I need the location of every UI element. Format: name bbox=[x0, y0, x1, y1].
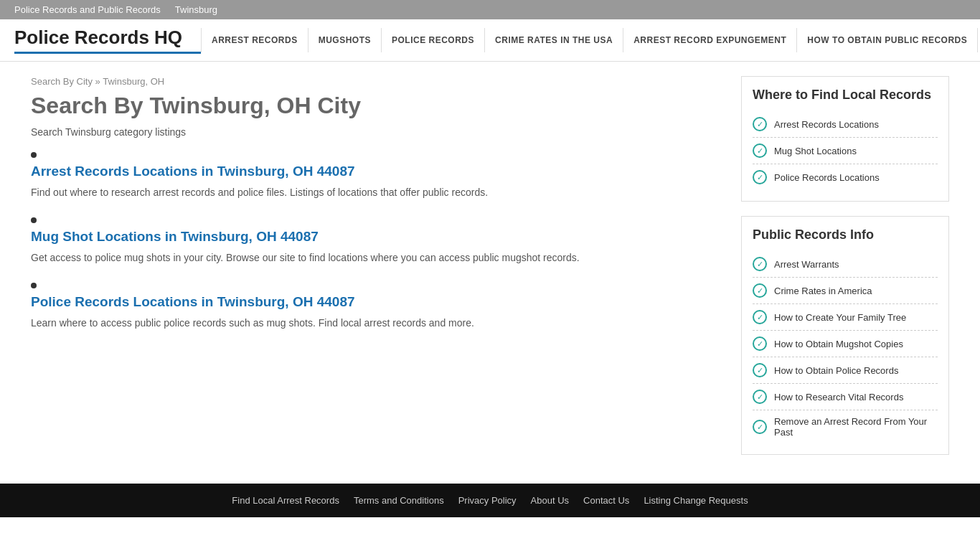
main-content: Search By City » Twinsburg, OH Search By… bbox=[31, 76, 720, 469]
footer-link-5[interactable]: Listing Change Requests bbox=[644, 495, 748, 506]
page-title: Search By Twinsburg, OH City bbox=[31, 93, 720, 119]
check-icon: ✓ bbox=[753, 170, 767, 184]
sidebar-box2-link-4[interactable]: ✓How to Obtain Police Records bbox=[753, 357, 938, 384]
sidebar-link-label: How to Create Your Family Tree bbox=[774, 312, 906, 323]
section-desc-0: Find out where to research arrest record… bbox=[31, 185, 720, 200]
section-desc-2: Learn where to access public police reco… bbox=[31, 316, 720, 331]
page-body: Search By City » Twinsburg, OH Search By… bbox=[17, 62, 963, 484]
sidebar-link-label: How to Obtain Mugshot Copies bbox=[774, 339, 903, 349]
nav-item-crime-rates-in-the-usa[interactable]: CRIME RATES IN THE USA bbox=[485, 28, 623, 52]
sidebar-link-label: Mug Shot Locations bbox=[774, 146, 857, 156]
sidebar-link-label: How to Obtain Police Records bbox=[774, 365, 898, 376]
check-icon: ✓ bbox=[753, 310, 767, 324]
nav-item-police-records[interactable]: POLICE RECORDS bbox=[382, 28, 485, 52]
footer-link-3[interactable]: About Us bbox=[531, 495, 569, 506]
sidebar: Where to Find Local Records ✓Arrest Reco… bbox=[741, 76, 949, 469]
sidebar-link-label: Police Records Locations bbox=[774, 172, 880, 183]
top-bar: Police Records and Public Records Twinsb… bbox=[0, 0, 980, 19]
nav-item-mugshots[interactable]: MUGSHOTS bbox=[308, 28, 382, 52]
sidebar-box2-link-6[interactable]: ✓Remove an Arrest Record From Your Past bbox=[753, 410, 938, 443]
sidebar-box-2-title: Public Records Info bbox=[753, 227, 938, 242]
section-item-0: Arrest Records Locations in Twinsburg, O… bbox=[31, 152, 720, 200]
breadcrumb: Search By City » Twinsburg, OH bbox=[31, 76, 720, 87]
breadcrumb-separator: » bbox=[93, 76, 103, 87]
main-nav: ARREST RECORDSMUGSHOTSPOLICE RECORDSCRIM… bbox=[201, 28, 978, 52]
footer-links: Find Local Arrest RecordsTerms and Condi… bbox=[11, 495, 969, 506]
header: Police Records HQ ARREST RECORDSMUGSHOTS… bbox=[0, 19, 980, 62]
sidebar-box1-link-0[interactable]: ✓Arrest Records Locations bbox=[753, 111, 938, 138]
check-icon: ✓ bbox=[753, 283, 767, 298]
bullet-dot-0 bbox=[31, 152, 37, 158]
footer-link-1[interactable]: Terms and Conditions bbox=[354, 495, 444, 506]
sidebar-box-public-info: Public Records Info ✓Arrest Warrants✓Cri… bbox=[741, 216, 949, 455]
check-icon: ✓ bbox=[753, 117, 767, 131]
sidebar-link-label: Arrest Records Locations bbox=[774, 119, 879, 130]
bullet-dot-2 bbox=[31, 283, 37, 288]
sidebar-box-1-title: Where to Find Local Records bbox=[753, 88, 938, 103]
bullet-dot-1 bbox=[31, 217, 37, 223]
breadcrumb-current: Twinsburg, OH bbox=[103, 76, 164, 87]
check-icon: ✓ bbox=[753, 257, 767, 271]
sidebar-box2-link-0[interactable]: ✓Arrest Warrants bbox=[753, 251, 938, 278]
section-item-1: Mug Shot Locations in Twinsburg, OH 4408… bbox=[31, 217, 720, 265]
page-subtitle: Search Twinsburg category listings bbox=[31, 126, 720, 138]
sidebar-box2-link-3[interactable]: ✓How to Obtain Mugshot Copies bbox=[753, 331, 938, 357]
sidebar-link-label: Arrest Warrants bbox=[774, 259, 839, 270]
sidebar-box2-links: ✓Arrest Warrants✓Crime Rates in America✓… bbox=[753, 251, 938, 443]
nav-item-arrest-records[interactable]: ARREST RECORDS bbox=[201, 28, 308, 52]
sidebar-link-label: Crime Rates in America bbox=[774, 286, 872, 296]
check-icon: ✓ bbox=[753, 420, 767, 434]
check-icon: ✓ bbox=[753, 143, 767, 158]
nav-item-how-to-obtain-public-records[interactable]: HOW TO OBTAIN PUBLIC RECORDS bbox=[797, 28, 978, 52]
footer-link-4[interactable]: Contact Us bbox=[583, 495, 629, 506]
nav-item-arrest-record-expungement[interactable]: ARREST RECORD EXPUNGEMENT bbox=[623, 28, 797, 52]
section-desc-1: Get access to police mug shots in your c… bbox=[31, 250, 720, 265]
sidebar-box1-link-1[interactable]: ✓Mug Shot Locations bbox=[753, 138, 938, 164]
check-icon: ✓ bbox=[753, 390, 767, 404]
sections-container: Arrest Records Locations in Twinsburg, O… bbox=[31, 152, 720, 331]
section-title-2[interactable]: Police Records Locations in Twinsburg, O… bbox=[31, 294, 720, 310]
sidebar-link-label: How to Research Vital Records bbox=[774, 392, 903, 402]
check-icon: ✓ bbox=[753, 336, 767, 351]
sidebar-box2-link-2[interactable]: ✓How to Create Your Family Tree bbox=[753, 304, 938, 331]
site-logo[interactable]: Police Records HQ bbox=[14, 27, 201, 54]
section-title-1[interactable]: Mug Shot Locations in Twinsburg, OH 4408… bbox=[31, 229, 720, 245]
topbar-item-2[interactable]: Twinsburg bbox=[175, 4, 217, 15]
breadcrumb-parent[interactable]: Search By City bbox=[31, 76, 93, 87]
footer: Find Local Arrest RecordsTerms and Condi… bbox=[0, 484, 980, 517]
check-icon: ✓ bbox=[753, 363, 767, 377]
footer-link-0[interactable]: Find Local Arrest Records bbox=[232, 495, 339, 506]
section-item-2: Police Records Locations in Twinsburg, O… bbox=[31, 283, 720, 331]
sidebar-box1-link-2[interactable]: ✓Police Records Locations bbox=[753, 164, 938, 190]
sidebar-box2-link-1[interactable]: ✓Crime Rates in America bbox=[753, 278, 938, 304]
footer-link-2[interactable]: Privacy Policy bbox=[458, 495, 517, 506]
topbar-item-1[interactable]: Police Records and Public Records bbox=[14, 4, 161, 15]
section-title-0[interactable]: Arrest Records Locations in Twinsburg, O… bbox=[31, 164, 720, 179]
sidebar-box2-link-5[interactable]: ✓How to Research Vital Records bbox=[753, 384, 938, 410]
sidebar-box-local-records: Where to Find Local Records ✓Arrest Reco… bbox=[741, 76, 949, 202]
sidebar-box1-links: ✓Arrest Records Locations✓Mug Shot Locat… bbox=[753, 111, 938, 190]
sidebar-link-label: Remove an Arrest Record From Your Past bbox=[774, 416, 938, 438]
